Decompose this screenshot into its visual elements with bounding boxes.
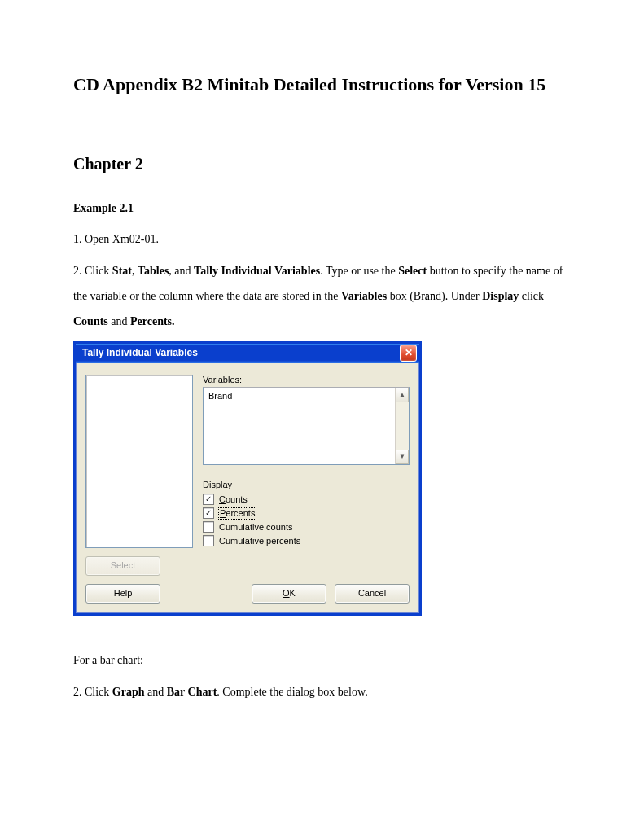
page-title: CD Appendix B2 Minitab Detailed Instruct… — [73, 73, 579, 97]
bar-chart-step: 2. Click Graph and Bar Chart. Complete t… — [73, 680, 579, 705]
text: click — [519, 290, 544, 302]
help-button[interactable]: Help — [85, 584, 160, 604]
checkbox-cumulative-percents-label: Cumulative percents — [219, 536, 300, 546]
text: and — [145, 686, 167, 698]
bold-stat: Stat — [112, 265, 132, 277]
select-button[interactable]: Select — [85, 556, 160, 576]
checkbox-counts[interactable]: ✓ — [203, 494, 214, 505]
dialog-titlebar[interactable]: Tally Individual Variables ✕ — [76, 344, 419, 363]
text: box (Brand). Under — [387, 290, 482, 302]
variables-value: Brand — [208, 391, 232, 401]
bar-chart-intro: For a bar chart: — [73, 648, 579, 674]
text: . Type or use the — [320, 265, 398, 277]
cancel-button[interactable]: Cancel — [335, 584, 410, 604]
ok-button[interactable]: OK — [252, 584, 326, 604]
checkbox-counts-row[interactable]: ✓ Counts — [203, 493, 410, 507]
underline: C — [219, 494, 226, 504]
example-label: Example 2.1 — [73, 196, 579, 222]
checkbox-percents-label: Percents — [219, 508, 256, 519]
checkbox-percents-row[interactable]: ✓ Percents — [203, 507, 410, 520]
scroll-up-button[interactable]: ▲ — [396, 388, 409, 402]
underline: O — [283, 588, 290, 599]
chevron-down-icon: ▼ — [399, 453, 405, 461]
chevron-up-icon: ▲ — [399, 391, 405, 399]
dialog-title: Tally Individual Variables — [82, 347, 198, 358]
text: K — [290, 588, 296, 599]
bold-variables: Variables — [341, 290, 387, 302]
checkbox-cumulative-percents-row[interactable]: Cumulative percents — [203, 534, 410, 548]
bold-tables: Tables — [138, 265, 169, 277]
source-listbox[interactable] — [85, 375, 193, 548]
text: ercents — [226, 508, 255, 518]
check-icon: ✓ — [205, 495, 212, 503]
text: . Complete the dialog box below. — [217, 686, 367, 698]
display-group-label: Display — [203, 480, 410, 490]
close-icon: ✕ — [405, 347, 413, 358]
text: , and — [169, 265, 194, 277]
checkbox-cumulative-counts-label: Cumulative counts — [219, 522, 293, 533]
step-1: 1. Open Xm02-01. — [73, 227, 579, 252]
text: ariables: — [208, 375, 243, 384]
checkbox-percents[interactable]: ✓ — [203, 507, 214, 519]
bold-display: Display — [482, 290, 519, 302]
text: , — [132, 265, 138, 277]
text: and — [108, 315, 130, 327]
variables-label: Variables: — [203, 375, 410, 385]
text: 2. Click — [73, 686, 112, 698]
step-2: 2. Click Stat, Tables, and Tally Individ… — [73, 259, 579, 334]
scroll-down-button[interactable]: ▼ — [396, 450, 409, 464]
checkbox-counts-label: Counts — [219, 494, 248, 505]
bold-percents: Percents. — [130, 315, 175, 327]
bold-counts: Counts — [73, 315, 108, 327]
checkbox-cumulative-counts-row[interactable]: Cumulative counts — [203, 520, 410, 534]
checkbox-cumulative-counts[interactable] — [203, 521, 214, 533]
variables-input[interactable]: Brand ▲ ▼ — [203, 387, 410, 465]
close-button[interactable]: ✕ — [400, 345, 417, 362]
bold-select: Select — [398, 265, 427, 277]
chapter-heading: Chapter 2 — [73, 146, 579, 182]
check-icon: ✓ — [205, 509, 212, 517]
dialog-tally-individual-variables: Tally Individual Variables ✕ Variables: … — [73, 341, 422, 616]
scrollbar[interactable]: ▲ ▼ — [395, 388, 409, 464]
text: ounts — [226, 494, 248, 504]
checkbox-cumulative-percents[interactable] — [203, 535, 214, 546]
bold-tiv: Tally Individual Variables — [194, 265, 320, 277]
text: 2. Click — [73, 265, 112, 277]
bold-bar-chart: Bar Chart — [167, 686, 217, 698]
bold-graph: Graph — [112, 686, 145, 698]
